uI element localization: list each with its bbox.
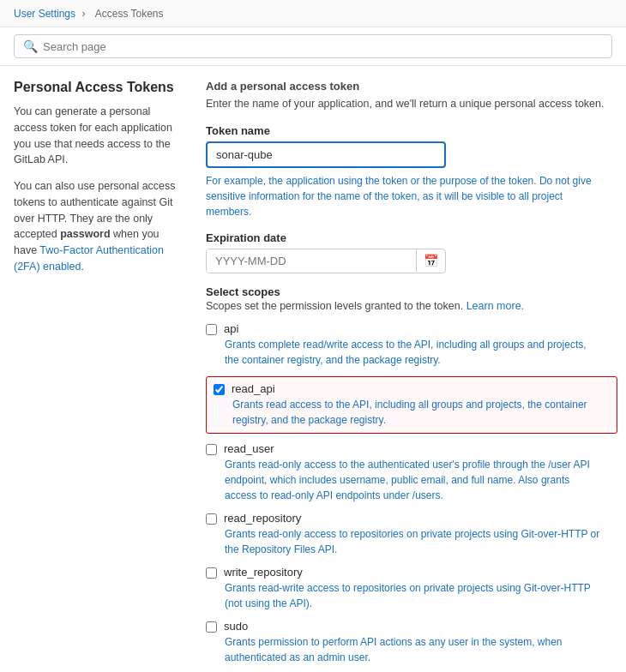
- scope-api-checkbox[interactable]: [206, 324, 217, 335]
- learn-more-link[interactable]: Learn more.: [466, 300, 524, 312]
- scope-read-repository: read_repository Grants read-only access …: [206, 512, 617, 557]
- scope-api-desc: Grants complete read/write access to the…: [225, 337, 602, 368]
- token-name-label: Token name: [206, 124, 617, 137]
- scope-read-user-label: read_user: [224, 442, 274, 455]
- scope-write-repository: write_repository Grants read-write acces…: [206, 566, 617, 611]
- token-name-hint: For example, the application using the t…: [206, 173, 600, 219]
- scope-sudo-desc: Grants permission to perform API actions…: [225, 634, 602, 665]
- search-input[interactable]: [43, 40, 603, 53]
- scope-read-repository-desc: Grants read-only access to repositories …: [225, 526, 602, 557]
- breadcrumb-parent[interactable]: User Settings: [14, 8, 75, 20]
- scope-write-repository-label: write_repository: [224, 566, 303, 579]
- date-input-wrap: 📅: [206, 249, 446, 273]
- scope-sudo-label: sudo: [224, 620, 248, 633]
- breadcrumb-separator: ›: [81, 8, 85, 20]
- scope-read-repository-label: read_repository: [224, 512, 301, 525]
- add-section-title: Add a personal access token: [206, 80, 617, 93]
- expiration-input[interactable]: [207, 249, 416, 273]
- scope-write-repository-checkbox[interactable]: [206, 567, 217, 579]
- sidebar: Personal Access Tokens You can generate …: [14, 80, 185, 672]
- expiration-group: Expiration date 📅: [206, 231, 617, 273]
- search-icon: 🔍: [23, 39, 38, 53]
- search-bar: 🔍: [0, 27, 626, 66]
- sidebar-para2: You can also use personal access tokens …: [14, 178, 185, 275]
- scope-read-api: read_api Grants read access to the API, …: [206, 376, 617, 434]
- scope-read-api-label: read_api: [232, 382, 275, 395]
- scope-sudo-checkbox[interactable]: [206, 621, 217, 633]
- scopes-desc: Scopes set the permission levels granted…: [206, 300, 617, 312]
- breadcrumb-current: Access Tokens: [95, 8, 164, 20]
- scope-read-user-desc: Grants read-only access to the authentic…: [225, 457, 602, 503]
- token-name-group: Token name For example, the application …: [206, 124, 617, 219]
- add-section-desc: Enter the name of your application, and …: [206, 96, 617, 112]
- scope-read-api-desc: Grants read access to the API, including…: [232, 397, 610, 428]
- sidebar-title: Personal Access Tokens: [14, 80, 185, 95]
- scope-read-user-checkbox[interactable]: [206, 444, 217, 455]
- scope-read-repository-checkbox[interactable]: [206, 513, 217, 525]
- scope-api-label: api: [224, 322, 238, 335]
- breadcrumb: User Settings › Access Tokens: [14, 8, 167, 20]
- scope-api: api Grants complete read/write access to…: [206, 322, 617, 368]
- add-token-section: Add a personal access token Enter the na…: [206, 80, 617, 672]
- content-area: Add a personal access token Enter the na…: [206, 80, 617, 672]
- scopes-section: Select scopes Scopes set the permission …: [206, 285, 617, 665]
- scope-sudo: sudo Grants permission to perform API ac…: [206, 620, 617, 665]
- scopes-title: Select scopes: [206, 285, 617, 298]
- token-name-input[interactable]: [206, 141, 446, 168]
- sidebar-para1: You can generate a personal access token…: [14, 104, 185, 168]
- calendar-icon[interactable]: 📅: [416, 249, 445, 272]
- top-bar: User Settings › Access Tokens: [0, 0, 626, 27]
- scope-read-api-checkbox[interactable]: [214, 384, 225, 395]
- 2fa-link[interactable]: Two-Factor Authentication (2FA) enabled.: [14, 244, 164, 273]
- scope-write-repository-desc: Grants read-write access to repositories…: [225, 580, 602, 611]
- search-input-wrap[interactable]: 🔍: [14, 34, 612, 58]
- main-layout: Personal Access Tokens You can generate …: [0, 66, 626, 672]
- scope-read-user: read_user Grants read-only access to the…: [206, 442, 617, 503]
- expiration-label: Expiration date: [206, 231, 617, 244]
